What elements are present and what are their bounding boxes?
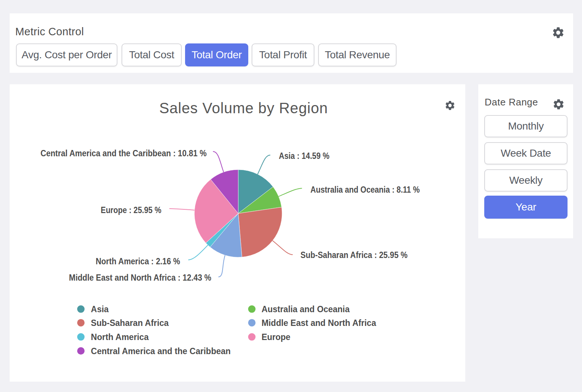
svg-text:Australia and Oceania : 8.11 %: Australia and Oceania : 8.11 %: [310, 185, 420, 195]
svg-text:Asia: Asia: [91, 304, 109, 314]
svg-text:Sub-Saharan Africa: Sub-Saharan Africa: [91, 318, 169, 328]
svg-text:Sales Volume by Region: Sales Volume by Region: [159, 100, 328, 116]
svg-text:Asia : 14.59 %: Asia : 14.59 %: [279, 151, 329, 161]
svg-text:Middle East and North Africa: Middle East and North Africa: [262, 318, 376, 328]
svg-text:Middle East and North Africa :: Middle East and North Africa : 12.43 %: [69, 273, 211, 282]
svg-text:Europe: Europe: [262, 332, 291, 342]
svg-text:Central America and the Caribb: Central America and the Caribbean : 10.8…: [41, 148, 207, 158]
svg-text:Europe : 25.95 %: Europe : 25.95 %: [101, 205, 161, 215]
svg-text:Central America and the Caribb: Central America and the Caribbean: [91, 346, 231, 356]
svg-text:North America : 2.16 %: North America : 2.16 %: [96, 257, 180, 266]
svg-text:Sub-Saharan Africa : 25.95 %: Sub-Saharan Africa : 25.95 %: [301, 250, 408, 260]
svg-text:North America: North America: [91, 332, 149, 342]
svg-text:Australia and Oceania: Australia and Oceania: [262, 304, 350, 314]
